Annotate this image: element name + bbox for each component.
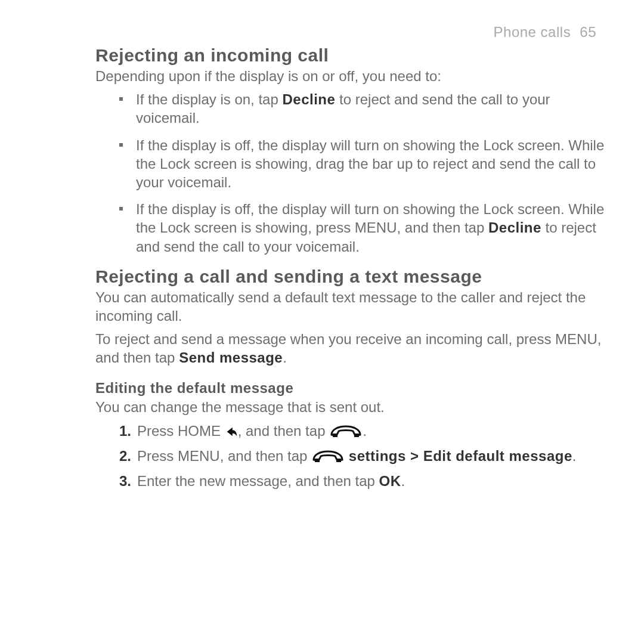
step1-mid: , and then tap: [238, 423, 329, 439]
step3-post: .: [401, 473, 405, 489]
bullet-item: If the display is off, the display will …: [119, 136, 608, 192]
section-title-rejecting-call: Rejecting an incoming call: [95, 45, 608, 66]
svg-rect-3: [336, 459, 341, 462]
p2-pre: To reject and send a message when you re…: [95, 331, 601, 366]
step-item: Enter the new message, and then tap OK.: [119, 472, 608, 491]
section-title-reject-and-text: Rejecting a call and sending a text mess…: [95, 267, 608, 287]
bullet-text-pre: If the display is on, tap: [136, 91, 282, 107]
section1-bullets: If the display is on, tap Decline to rej…: [95, 90, 608, 256]
svg-rect-1: [354, 434, 359, 437]
bullet-text-strong: Decline: [282, 91, 335, 107]
bullet-item: If the display is off, the display will …: [119, 200, 608, 256]
section2-p2: To reject and send a message when you re…: [95, 330, 608, 367]
step2-pre: Press MENU, and then tap: [137, 448, 311, 464]
step1-post: .: [363, 423, 367, 439]
step3-pre: Enter the new message, and then tap: [137, 473, 379, 489]
svg-rect-2: [315, 459, 320, 462]
subsection-title-editing-default: Editing the default message: [95, 380, 608, 397]
bullet-text-strong: Decline: [488, 219, 541, 236]
svg-rect-0: [333, 434, 338, 437]
step2-strong: settings > Edit default message: [349, 448, 572, 464]
p2-post: .: [283, 349, 287, 366]
back-arrow-icon: [225, 425, 238, 438]
document-page: Phone calls 65 Rejecting an incoming cal…: [0, 0, 644, 644]
page-number: 65: [580, 24, 596, 40]
chapter-title: Phone calls: [494, 24, 571, 40]
steps-list: Press HOME , and then tap . Press MENU, …: [95, 422, 608, 491]
step-item: Press MENU, and then tap settings > Edit…: [119, 447, 608, 466]
section2-p1: You can automatically send a default tex…: [95, 288, 608, 325]
section1-intro: Depending upon if the display is on or o…: [95, 67, 608, 85]
step-item: Press HOME , and then tap .: [119, 422, 608, 441]
phone-icon: [311, 448, 345, 463]
step2-post: .: [572, 448, 577, 464]
phone-icon: [329, 423, 363, 438]
p2-strong: Send message: [179, 349, 283, 366]
subsection-intro: You can change the message that is sent …: [95, 398, 608, 416]
bullet-text-pre: If the display is off, the display will …: [136, 137, 604, 190]
step3-strong: OK: [379, 473, 401, 489]
bullet-item: If the display is on, tap Decline to rej…: [119, 90, 608, 127]
step1-pre: Press HOME: [137, 423, 225, 439]
page-header: Phone calls 65: [95, 24, 608, 41]
